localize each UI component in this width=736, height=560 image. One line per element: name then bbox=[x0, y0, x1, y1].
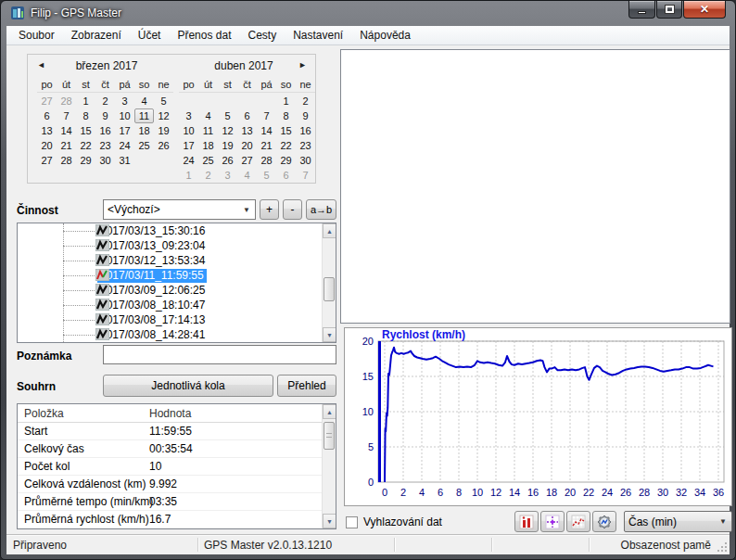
calendar-day[interactable]: 8 bbox=[76, 108, 95, 123]
calendar-day[interactable]: 30 bbox=[296, 153, 315, 168]
menu-item[interactable]: Zobrazení bbox=[63, 27, 130, 44]
calendar-day[interactable]: 5 bbox=[257, 168, 276, 183]
calendar-day[interactable]: 13 bbox=[237, 123, 257, 138]
resize-grip[interactable] bbox=[717, 541, 728, 553]
calendar-day[interactable]: 2 bbox=[296, 94, 315, 108]
table-row[interactable]: Průměrná rychlost (km/h)16.7 bbox=[18, 511, 322, 528]
calendar-day[interactable]: 10 bbox=[115, 108, 134, 123]
table-row[interactable]: Průměrné tempo (min/km)03:35 bbox=[18, 493, 322, 511]
calendar-day[interactable]: 28 bbox=[57, 153, 76, 168]
menu-item[interactable]: Soubor bbox=[10, 27, 63, 44]
calendar-day[interactable]: 18 bbox=[198, 138, 218, 153]
calendar-day[interactable]: 18 bbox=[134, 123, 154, 138]
calendar-day[interactable]: 19 bbox=[154, 123, 173, 138]
calendar-day[interactable]: 12 bbox=[154, 108, 173, 123]
next-month-button[interactable]: ► bbox=[298, 60, 308, 71]
calendar-day[interactable]: 20 bbox=[237, 138, 257, 153]
activity-list-item[interactable]: 2017/03/09_12:06:25 bbox=[18, 283, 336, 298]
calendar-day[interactable]: 6 bbox=[237, 108, 257, 123]
calendar-day[interactable]: 7 bbox=[296, 168, 315, 183]
calendar-day[interactable]: 29 bbox=[76, 153, 95, 168]
calendar-day[interactable]: 27 bbox=[237, 153, 257, 168]
a-to-b-button[interactable]: a→b bbox=[306, 199, 336, 220]
calendar-day[interactable]: 31 bbox=[115, 153, 134, 168]
remove-activity-button[interactable]: - bbox=[283, 199, 302, 220]
calendar-day[interactable]: 14 bbox=[57, 123, 76, 138]
calendar-day[interactable]: 25 bbox=[134, 138, 154, 153]
calendar-day[interactable]: 9 bbox=[95, 108, 115, 123]
calendar-day[interactable]: 23 bbox=[95, 138, 115, 153]
note-input[interactable] bbox=[103, 345, 336, 364]
calendar-day[interactable]: 24 bbox=[115, 138, 134, 153]
calendar-day[interactable]: 30 bbox=[95, 153, 115, 168]
speed-chart[interactable]: 0246810121416182022242628303234360510152… bbox=[344, 327, 732, 506]
x-axis-combo[interactable]: Čas (min) ▼ bbox=[624, 511, 732, 532]
activity-list-item[interactable]: 2017/03/13_09:23:04 bbox=[18, 238, 336, 253]
scroll-down-icon[interactable]: ▼ bbox=[323, 514, 336, 528]
calendar-day[interactable]: 16 bbox=[95, 123, 115, 138]
calendar-day[interactable]: 21 bbox=[257, 138, 276, 153]
calendar-day[interactable]: 25 bbox=[198, 153, 218, 168]
calendar-day[interactable]: 23 bbox=[296, 138, 315, 153]
overview-button[interactable]: Přehled bbox=[277, 375, 336, 397]
calendar-day[interactable]: 28 bbox=[57, 94, 76, 108]
histogram-icon[interactable] bbox=[514, 511, 539, 532]
calendar-day[interactable]: 9 bbox=[296, 108, 315, 123]
activity-list-item[interactable]: 2017/03/12_13:53:34 bbox=[18, 253, 336, 268]
activity-preset-combo[interactable]: <Výchozí> ▼ bbox=[103, 199, 256, 220]
table-row[interactable]: Start11:59:55 bbox=[18, 423, 322, 440]
calendar-day[interactable]: 3 bbox=[115, 94, 134, 108]
activity-list-item[interactable]: 2017/03/08_18:10:47 bbox=[18, 298, 336, 312]
calendar-day[interactable]: 1 bbox=[179, 168, 198, 183]
crosshair-icon[interactable] bbox=[540, 511, 565, 532]
menu-item[interactable]: Nápověda bbox=[351, 27, 419, 44]
table-row[interactable]: Celková vzdálenost (km)9.992 bbox=[18, 476, 322, 493]
calendar-day[interactable]: 13 bbox=[37, 123, 57, 138]
line-chart-icon[interactable] bbox=[566, 511, 590, 532]
calendar-day[interactable]: 5 bbox=[218, 108, 237, 123]
calendar-day[interactable]: 2 bbox=[95, 94, 115, 108]
activity-list-scrollbar[interactable]: ▲ ▼ bbox=[322, 223, 336, 342]
calendar-day[interactable]: 10 bbox=[179, 123, 198, 138]
calendar-day[interactable]: 8 bbox=[276, 108, 296, 123]
menu-item[interactable]: Přenos dat bbox=[169, 27, 239, 44]
table-row[interactable]: Počet kol10 bbox=[18, 458, 322, 476]
summary-table-scrollbar[interactable]: ▲ ▼ bbox=[322, 404, 336, 528]
calendar-day[interactable]: 24 bbox=[179, 153, 198, 168]
calendar-day[interactable]: 22 bbox=[76, 138, 95, 153]
map-panel[interactable] bbox=[340, 49, 730, 324]
activity-list-item[interactable]: 2017/03/13_15:30:16 bbox=[18, 223, 336, 238]
scroll-up-icon[interactable]: ▲ bbox=[323, 223, 336, 238]
calendar-day[interactable]: 26 bbox=[154, 138, 173, 153]
calendar-day[interactable]: 12 bbox=[218, 123, 237, 138]
close-button[interactable]: ✕ bbox=[683, 1, 726, 19]
scroll-down-icon[interactable]: ▼ bbox=[323, 327, 336, 342]
calendar-day[interactable]: 27 bbox=[37, 153, 57, 168]
calendar-day[interactable]: 16 bbox=[296, 123, 315, 138]
menu-item[interactable]: Nastavení bbox=[285, 27, 351, 44]
calendar-day[interactable]: 6 bbox=[276, 168, 296, 183]
title-bar[interactable]: Filip - GPS Master ✕ bbox=[1, 1, 735, 26]
calendar-day[interactable]: 11 bbox=[198, 123, 218, 138]
prev-month-button[interactable]: ◄ bbox=[37, 60, 46, 71]
calendar-day[interactable]: 20 bbox=[37, 138, 57, 153]
add-activity-button[interactable]: + bbox=[260, 199, 279, 220]
calendar-day[interactable]: 1 bbox=[76, 94, 95, 108]
calendar-day[interactable]: 14 bbox=[257, 123, 276, 138]
scrollbar-thumb[interactable] bbox=[324, 422, 335, 450]
calendar-day[interactable]: 2 bbox=[198, 168, 218, 183]
menu-item[interactable]: Cesty bbox=[239, 27, 285, 44]
activity-list-item[interactable]: 2017/03/08_14:28:41 bbox=[18, 327, 336, 342]
calendar-day[interactable]: 27 bbox=[37, 94, 57, 108]
smoothing-checkbox[interactable] bbox=[346, 516, 358, 528]
calendar-day[interactable]: 7 bbox=[57, 108, 76, 123]
calendar-day[interactable]: 19 bbox=[218, 138, 237, 153]
activity-list-item[interactable]: 2017/03/11_11:59:55 bbox=[18, 268, 336, 283]
chart-settings-icon[interactable] bbox=[592, 511, 616, 532]
calendar-day[interactable]: 1 bbox=[276, 94, 296, 108]
calendar-day[interactable]: 17 bbox=[115, 123, 134, 138]
calendar-day-selected[interactable]: 11 bbox=[134, 108, 154, 123]
calendar-day[interactable]: 28 bbox=[257, 153, 276, 168]
calendar-day[interactable]: 17 bbox=[179, 138, 198, 153]
scroll-up-icon[interactable]: ▲ bbox=[323, 404, 336, 419]
